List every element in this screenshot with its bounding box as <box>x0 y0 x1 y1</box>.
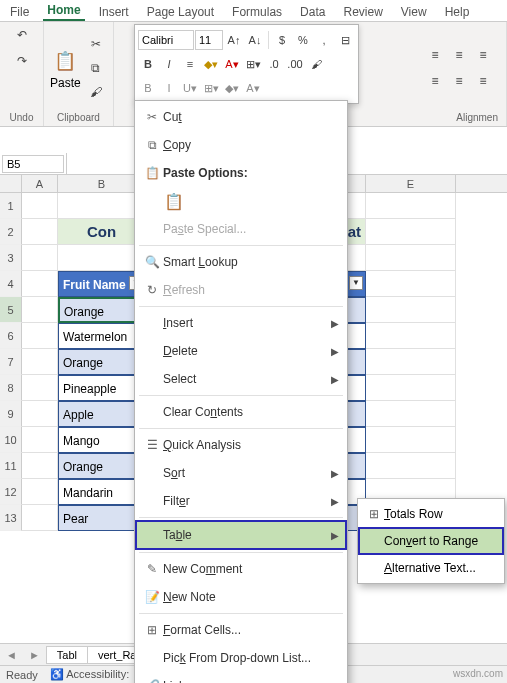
cell-B10[interactable]: Mango <box>58 427 146 453</box>
row-header-6[interactable]: 6 <box>0 323 22 349</box>
font-size-input[interactable] <box>195 30 223 50</box>
align-center-button[interactable]: ≡ <box>448 70 470 92</box>
filter-button-no[interactable]: ▼ <box>349 276 363 290</box>
tab-help[interactable]: Help <box>441 3 474 21</box>
cell-A11[interactable] <box>22 453 58 479</box>
tab-home[interactable]: Home <box>43 1 84 21</box>
increase-font-button[interactable]: A↑ <box>224 30 244 50</box>
ctx-sort[interactable]: Sort▶ <box>135 459 347 487</box>
tab-file[interactable]: File <box>6 3 33 21</box>
row-header-3[interactable]: 3 <box>0 245 22 271</box>
sub-alternative-text-[interactable]: Alternative Text... <box>358 555 504 581</box>
cell-E10[interactable] <box>366 427 456 453</box>
increase-decimal-button[interactable]: .00 <box>285 54 305 74</box>
comma-button[interactable]: , <box>314 30 334 50</box>
ctx-format-cells-[interactable]: ⊞Format Cells... <box>135 616 347 644</box>
tab-data[interactable]: Data <box>296 3 329 21</box>
cell-A5[interactable] <box>22 297 58 323</box>
cell-A9[interactable] <box>22 401 58 427</box>
cell-E11[interactable] <box>366 453 456 479</box>
cut-button[interactable]: ✂ <box>85 33 107 55</box>
cell-B12[interactable]: Mandarin <box>58 479 146 505</box>
fill-color-button[interactable]: ◆▾ <box>201 54 221 74</box>
italic-button[interactable]: I <box>159 54 179 74</box>
align-right-button[interactable]: ≡ <box>472 70 494 92</box>
font-color-button[interactable]: A▾ <box>222 54 242 74</box>
redo-button[interactable]: ↷ <box>11 50 33 72</box>
tab-insert[interactable]: Insert <box>95 3 133 21</box>
currency-button[interactable]: $ <box>272 30 292 50</box>
tab-review[interactable]: Review <box>339 3 386 21</box>
ctx-quick-analysis[interactable]: ☰Quick Analysis <box>135 431 347 459</box>
cell-A4[interactable] <box>22 271 58 297</box>
ctx-clear-contents[interactable]: Clear Contents <box>135 398 347 426</box>
cell-E3[interactable] <box>366 245 456 271</box>
mini-italic-2[interactable]: I <box>159 78 179 98</box>
sub-convert-to-range[interactable]: Convert to Range <box>358 527 504 555</box>
cell-A10[interactable] <box>22 427 58 453</box>
ctx-paste-option[interactable]: 📋 <box>135 187 347 215</box>
mini-bold-2[interactable]: B <box>138 78 158 98</box>
sheet-nav-next[interactable]: ► <box>23 649 46 661</box>
tab-page-layout[interactable]: Page Layout <box>143 3 218 21</box>
align-button[interactable]: ≡ <box>180 54 200 74</box>
cell-E5[interactable] <box>366 297 456 323</box>
cell-A7[interactable] <box>22 349 58 375</box>
format-menu-button[interactable]: ⊟ <box>335 30 355 50</box>
row-header-4[interactable]: 4 <box>0 271 22 297</box>
undo-button[interactable]: ↶ <box>11 24 33 46</box>
sub-totals-row[interactable]: ⊞Totals Row <box>358 501 504 527</box>
name-box[interactable] <box>2 155 64 173</box>
cell-E6[interactable] <box>366 323 456 349</box>
col-header-a[interactable]: A <box>22 175 58 192</box>
decrease-decimal-button[interactable]: .0 <box>264 54 284 74</box>
paste-button[interactable]: 📋 Paste <box>48 44 83 92</box>
ctx-select[interactable]: Select▶ <box>135 365 347 393</box>
row-header-1[interactable]: 1 <box>0 193 22 219</box>
cell-A12[interactable] <box>22 479 58 505</box>
cell-B7[interactable]: Orange <box>58 349 146 375</box>
row-header-12[interactable]: 12 <box>0 479 22 505</box>
cell-B11[interactable]: Orange <box>58 453 146 479</box>
tab-formulas[interactable]: Formulas <box>228 3 286 21</box>
decrease-font-button[interactable]: A↓ <box>245 30 265 50</box>
row-header-7[interactable]: 7 <box>0 349 22 375</box>
cell-B2[interactable]: Con <box>58 219 146 245</box>
row-header-13[interactable]: 13 <box>0 505 22 531</box>
row-header-8[interactable]: 8 <box>0 375 22 401</box>
ctx-pick-from-drop-down-list-[interactable]: Pick From Drop-down List... <box>135 644 347 672</box>
cell-E9[interactable] <box>366 401 456 427</box>
cell-A2[interactable] <box>22 219 58 245</box>
ctx-paste-options-[interactable]: 📋Paste Options: <box>135 159 347 187</box>
mini-fill-2[interactable]: ◆▾ <box>222 78 242 98</box>
cell-A13[interactable] <box>22 505 58 531</box>
status-accessibility[interactable]: ♿ Accessibility: <box>50 668 129 681</box>
row-header-9[interactable]: 9 <box>0 401 22 427</box>
cell-E7[interactable] <box>366 349 456 375</box>
cell-B13[interactable]: Pear <box>58 505 146 531</box>
ctx-insert[interactable]: Insert▶ <box>135 309 347 337</box>
sheet-tab-0[interactable]: Tabl <box>46 646 88 664</box>
cell-E2[interactable] <box>366 219 456 245</box>
borders-button[interactable]: ⊞▾ <box>243 54 263 74</box>
ctx-table[interactable]: Table▶ <box>135 520 347 550</box>
align-top-button[interactable]: ≡ <box>424 44 446 66</box>
select-all-corner[interactable] <box>0 175 22 192</box>
ctx-new-note[interactable]: 📝New Note <box>135 583 347 611</box>
cell-B1[interactable] <box>58 193 146 219</box>
cell-E8[interactable] <box>366 375 456 401</box>
align-left-button[interactable]: ≡ <box>424 70 446 92</box>
cell-B3[interactable] <box>58 245 146 271</box>
cell-A1[interactable] <box>22 193 58 219</box>
cell-A6[interactable] <box>22 323 58 349</box>
col-header-b[interactable]: B <box>58 175 146 192</box>
format-painter-mini[interactable]: 🖌 <box>306 54 326 74</box>
ctx-copy[interactable]: ⧉Copy <box>135 131 347 159</box>
percent-button[interactable]: % <box>293 30 313 50</box>
cell-A3[interactable] <box>22 245 58 271</box>
row-header-5[interactable]: 5 <box>0 297 22 323</box>
cell-B9[interactable]: Apple <box>58 401 146 427</box>
cell-A8[interactable] <box>22 375 58 401</box>
font-name-input[interactable] <box>138 30 194 50</box>
row-header-11[interactable]: 11 <box>0 453 22 479</box>
